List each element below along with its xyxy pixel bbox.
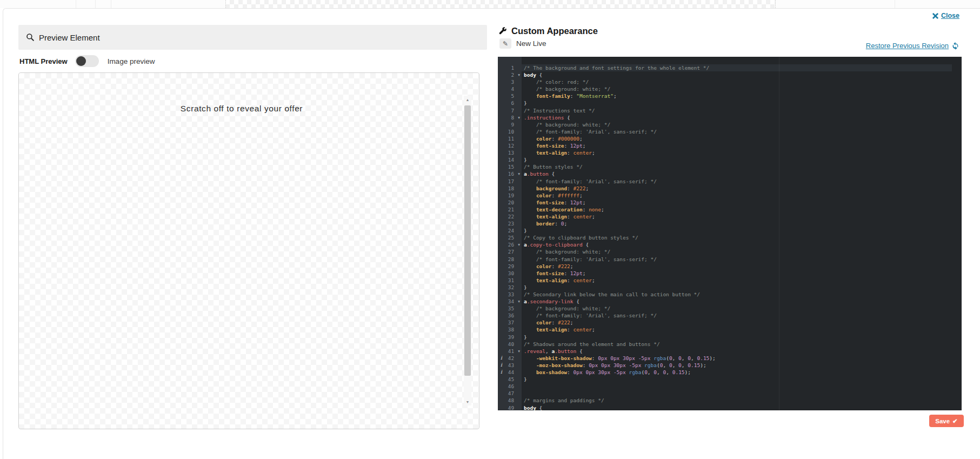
code-line: 2▾body { [498, 71, 962, 78]
line-number: 27 [498, 248, 522, 255]
code-text: color: #222; [522, 319, 962, 326]
line-number: 32 [498, 284, 522, 291]
code-text: font-size: 12pt; [522, 142, 962, 149]
line-number: 12 [498, 142, 522, 149]
line-number: 28 [498, 256, 522, 263]
code-line: 15/* Button styles */ [498, 163, 962, 170]
fold-arrow-icon[interactable]: ▾ [518, 114, 520, 121]
code-text: /* font-family: 'Arial', sans-serif; */ [522, 128, 962, 135]
info-annotation-icon: i [501, 362, 502, 369]
line-number: i42 [498, 355, 522, 362]
code-line: 26▾a.copy-to-clipboard { [498, 241, 962, 248]
transparency-checker [225, 0, 775, 8]
code-line: 48/* margins and paddings */ [498, 397, 962, 404]
code-text: text-align: center; [522, 326, 962, 333]
line-number: 15 [498, 163, 522, 170]
code-text: /* background: white; */ [522, 121, 962, 128]
scroll-down-arrow-icon[interactable]: ▼ [464, 398, 471, 405]
code-text: .instructions { [522, 114, 962, 121]
line-number: 8▾ [498, 114, 522, 121]
code-text: /* The background and font settings for … [522, 64, 962, 71]
line-number: 29 [498, 263, 522, 270]
line-number: 18 [498, 185, 522, 192]
css-code-editor[interactable]: 1/* The background and font settings for… [498, 57, 962, 410]
line-number: 22 [498, 213, 522, 220]
restore-previous-revision-link[interactable]: Restore Previous Revision [866, 42, 959, 50]
code-line: 13 text-align: center; [498, 149, 962, 156]
appearance-panel-title: Custom Appearance [511, 26, 598, 36]
fold-arrow-icon[interactable]: ▾ [518, 348, 520, 355]
line-number: 46 [498, 383, 522, 390]
code-text: /* font-family: 'Arial', sans-serif; */ [522, 178, 962, 185]
line-number: 5 [498, 92, 522, 99]
page-guide-line [111, 0, 111, 8]
code-text: color: #222; [522, 263, 962, 270]
html-preview-label: HTML Preview [19, 57, 68, 65]
code-line: 38 text-align: center; [498, 326, 962, 333]
line-number: 31 [498, 277, 522, 284]
code-line: 32} [498, 284, 962, 291]
code-line: 46 [498, 383, 962, 390]
line-number: 2▾ [498, 71, 522, 78]
print-margin-line [779, 57, 779, 410]
fold-arrow-icon[interactable]: ▾ [518, 298, 520, 305]
code-line: i42 -webkit-box-shadow: 0px 0px 30px -5p… [498, 355, 962, 362]
code-line: 12 font-size: 12pt; [498, 142, 962, 149]
code-line: 1/* The background and font settings for… [498, 64, 962, 71]
line-number: 30 [498, 270, 522, 277]
line-number: 21 [498, 206, 522, 213]
code-line: 40/* Shadows around the element and butt… [498, 341, 962, 348]
preview-mode-switch[interactable] [75, 55, 99, 67]
line-number: 13 [498, 149, 522, 156]
fold-arrow-icon[interactable]: ▾ [518, 170, 520, 177]
switch-knob [76, 56, 86, 66]
code-text: /* Button styles */ [522, 163, 962, 170]
code-text: font-size: 12pt; [522, 199, 962, 206]
wrench-icon [498, 26, 507, 36]
preview-scrollbar[interactable]: ▲ ▼ [464, 96, 471, 405]
page-guide-line [95, 0, 96, 8]
code-line: 25/* Copy to clipboard button styles */ [498, 234, 962, 241]
close-button[interactable]: Close [932, 12, 959, 19]
code-text: } [522, 156, 962, 163]
scratch-off-instructions: Scratch off to reveal your offer [19, 104, 464, 114]
code-line: 5 font-family: "Montserrat"; [498, 92, 962, 99]
code-line: 30 font-size: 12pt; [498, 270, 962, 277]
scroll-up-arrow-icon[interactable]: ▲ [464, 96, 471, 103]
code-text: /* background: white; */ [522, 85, 962, 92]
code-text [522, 383, 962, 390]
fold-arrow-icon[interactable]: ▾ [518, 241, 520, 248]
line-number: 3 [498, 78, 522, 85]
code-line: 9 /* background: white; */ [498, 121, 962, 128]
save-button[interactable]: Save ✔ [929, 415, 964, 427]
code-line: 3 /* color: red; */ [498, 78, 962, 85]
code-line: 18 background: #222; [498, 185, 962, 192]
scrollbar-thumb[interactable] [464, 105, 471, 376]
element-preview-area[interactable]: Scratch off to reveal your offer ▲ ▼ [18, 72, 479, 429]
code-line: 37 color: #222; [498, 319, 962, 326]
line-number: 16▾ [498, 170, 522, 177]
code-line: 6} [498, 99, 962, 107]
code-text: } [522, 334, 962, 341]
line-number: 19 [498, 192, 522, 199]
editor-lines: 1/* The background and font settings for… [498, 57, 962, 410]
code-text: /* Shadows around the element and button… [522, 341, 962, 348]
code-text: border: 0; [522, 220, 962, 227]
code-text: /* Copy to clipboard button styles */ [522, 234, 962, 241]
code-line: 33/* Secondary link below the main call … [498, 291, 962, 298]
edit-revision-name-button[interactable]: ✎ [499, 38, 511, 49]
code-text: -moz-box-shadow: 0px 0px 30px -5px rgba(… [522, 362, 962, 369]
code-line: 34▾a.secondary-link { [498, 298, 962, 305]
code-line: 23 border: 0; [498, 220, 962, 227]
page-guide-line [895, 0, 895, 8]
close-icon [932, 13, 938, 19]
code-line: 17 /* font-family: 'Arial', sans-serif; … [498, 178, 962, 185]
line-number: 7 [498, 107, 522, 114]
canvas-dashed-guide [225, 0, 226, 8]
fold-arrow-icon[interactable]: ▾ [518, 71, 520, 78]
revision-row: ✎ New Live [499, 38, 546, 49]
pencil-icon: ✎ [503, 40, 508, 48]
page-guide-line [76, 0, 76, 8]
preview-header-bar: Preview Element [18, 25, 487, 50]
line-number: 6 [498, 99, 522, 107]
